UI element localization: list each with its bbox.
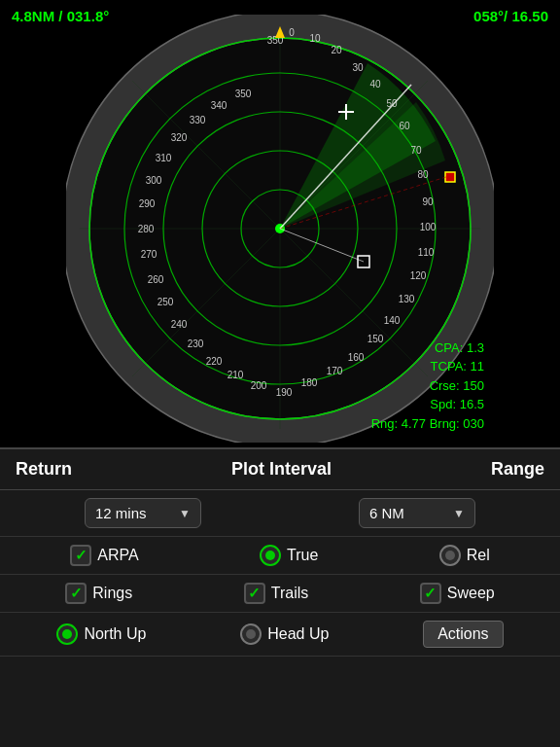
orientation-row: North Up Head Up Actions [0, 613, 560, 657]
svg-text:230: 230 [188, 338, 204, 349]
top-left-info: 4.8NM / 031.8° [12, 8, 109, 24]
trails-item[interactable]: Trails [244, 583, 309, 604]
north-up-label: North Up [84, 625, 146, 643]
radar-canvas[interactable]: 350 0 10 20 30 40 50 60 70 80 90 100 110… [66, 15, 494, 443]
svg-text:200: 200 [251, 380, 267, 391]
trails-label: Trails [271, 585, 309, 602]
svg-text:0: 0 [289, 27, 295, 38]
svg-text:250: 250 [158, 297, 174, 307]
top-right-info: 058°/ 16.50 [473, 8, 548, 24]
sweep-label: Sweep [447, 585, 495, 602]
svg-text:240: 240 [171, 319, 188, 330]
svg-text:220: 220 [206, 356, 223, 367]
svg-text:30: 30 [352, 62, 364, 73]
true-item[interactable]: True [260, 545, 318, 566]
svg-text:100: 100 [420, 222, 437, 232]
svg-text:160: 160 [348, 352, 365, 363]
rel-item[interactable]: Rel [439, 545, 490, 566]
svg-text:170: 170 [327, 366, 343, 376]
north-up-item[interactable]: North Up [56, 623, 146, 645]
svg-text:270: 270 [141, 249, 158, 260]
svg-text:210: 210 [228, 370, 244, 380]
sweep-item[interactable]: Sweep [420, 583, 495, 604]
rings-label: Rings [92, 585, 132, 602]
rel-radio[interactable] [439, 545, 461, 566]
svg-text:90: 90 [422, 196, 434, 207]
svg-text:180: 180 [301, 377, 318, 388]
svg-text:320: 320 [171, 132, 188, 143]
rings-item[interactable]: Rings [65, 583, 132, 604]
dropdown-row: 12 mins ▼ 6 NM ▼ [0, 490, 560, 537]
svg-text:110: 110 [418, 247, 435, 258]
svg-text:40: 40 [369, 79, 381, 89]
rings-checkbox[interactable] [65, 583, 87, 604]
svg-text:300: 300 [146, 175, 162, 186]
radar-container: 350 0 10 20 30 40 50 60 70 80 90 100 110… [0, 0, 560, 447]
svg-text:120: 120 [410, 270, 427, 281]
actions-label: Actions [438, 625, 488, 643]
rng-brng-value: Rng: 4.77 Brng: 030 [371, 414, 484, 434]
crse-value: Crse: 150 [371, 376, 484, 396]
arpa-label: ARPA [97, 547, 138, 564]
head-up-radio[interactable] [240, 623, 262, 645]
actions-button[interactable]: Actions [423, 621, 503, 648]
range-value: 6 NM [369, 505, 404, 521]
svg-text:280: 280 [138, 224, 155, 234]
cpa-value: CPA: 1.3 [371, 338, 484, 358]
head-up-label: Head Up [267, 625, 329, 643]
svg-text:60: 60 [399, 121, 410, 131]
svg-text:140: 140 [384, 315, 401, 326]
svg-text:260: 260 [148, 274, 164, 285]
true-radio[interactable] [260, 545, 281, 566]
svg-text:20: 20 [331, 45, 342, 55]
interval-dropdown[interactable]: 12 mins ▼ [85, 498, 201, 528]
true-label: True [287, 547, 318, 564]
svg-text:130: 130 [399, 294, 415, 304]
svg-text:190: 190 [276, 387, 293, 398]
rings-row: Rings Trails Sweep [0, 575, 560, 613]
svg-text:310: 310 [156, 153, 172, 163]
return-button[interactable]: Return [16, 459, 72, 480]
svg-text:340: 340 [211, 100, 228, 111]
plot-interval-label: Plot Interval [231, 459, 332, 480]
svg-rect-56 [445, 172, 455, 182]
interval-arrow-icon: ▼ [179, 507, 191, 520]
panel-header: Return Plot Interval Range [0, 449, 560, 490]
sweep-checkbox[interactable] [420, 583, 441, 604]
arpa-row: ARPA True Rel [0, 537, 560, 575]
svg-text:350: 350 [235, 89, 252, 99]
svg-text:330: 330 [190, 115, 206, 125]
arpa-item[interactable]: ARPA [70, 545, 138, 566]
trails-checkbox[interactable] [244, 583, 265, 604]
svg-text:80: 80 [417, 169, 429, 180]
top-bar: 4.8NM / 031.8° 058°/ 16.50 [0, 8, 560, 24]
arpa-checkbox[interactable] [70, 545, 91, 566]
control-panel: Return Plot Interval Range 12 mins ▼ 6 N… [0, 447, 560, 747]
head-up-item[interactable]: Head Up [240, 623, 329, 645]
svg-text:290: 290 [139, 198, 156, 209]
range-dropdown[interactable]: 6 NM ▼ [359, 498, 475, 528]
svg-text:50: 50 [386, 98, 398, 109]
range-arrow-icon: ▼ [453, 507, 465, 520]
cpa-info: CPA: 1.3 TCPA: 11 Crse: 150 Spd: 16.5 Rn… [371, 338, 484, 434]
interval-value: 12 mins [95, 505, 147, 521]
spd-value: Spd: 16.5 [371, 395, 484, 414]
svg-text:10: 10 [309, 33, 321, 44]
range-label: Range [491, 459, 544, 480]
rel-label: Rel [467, 547, 490, 564]
svg-text:70: 70 [410, 145, 422, 156]
tcpa-value: TCPA: 11 [371, 357, 484, 376]
north-up-radio[interactable] [56, 623, 78, 645]
